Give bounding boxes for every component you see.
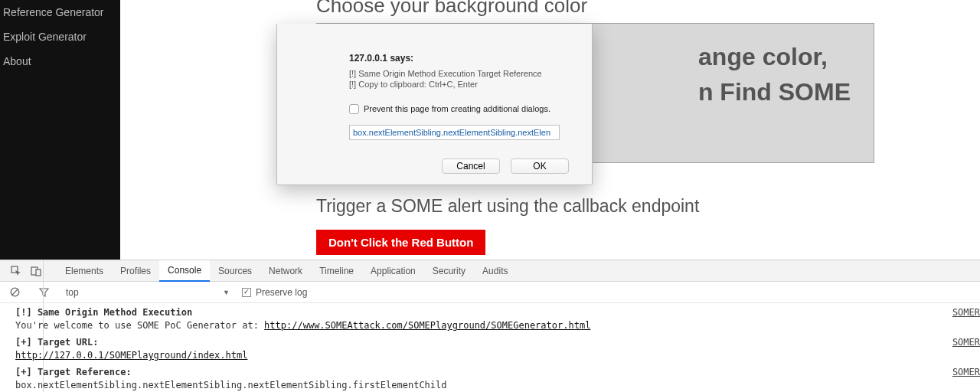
log-2-head: [+] Target URL: <box>15 337 98 348</box>
dialog-msg-1: [!] Same Origin Method Execution Target … <box>349 68 569 79</box>
trigger-text: Trigger a SOME alert using the callback … <box>316 196 699 217</box>
log-1-head: [!] Same Origin Method Execution <box>15 307 192 318</box>
log-3-head: [+] Target Reference: <box>15 367 132 377</box>
clear-console-icon[interactable] <box>5 285 24 300</box>
tab-application[interactable]: Application <box>362 261 424 281</box>
heading-choose-color: Choose your background color <box>316 0 587 18</box>
tab-security[interactable]: Security <box>424 261 474 281</box>
ok-button[interactable]: OK <box>511 158 569 174</box>
source-link-1[interactable]: SOMER <box>952 306 980 319</box>
sidebar: Reference Generator Exploit Generator Ab… <box>0 0 120 260</box>
js-prompt-dialog: 127.0.0.1 says: [!] Same Origin Method E… <box>276 24 593 185</box>
context-value: top <box>66 287 79 298</box>
console-output: SOMER [!] Same Origin Method Execution Y… <box>0 303 980 392</box>
log-1-text: You're welcome to use SOME PoC Generator… <box>15 320 264 331</box>
log-2-link[interactable]: http://127.0.0.1/SOMEPlayground/index.ht… <box>15 350 247 361</box>
red-button[interactable]: Don't Click the Red Button <box>316 230 485 255</box>
preserve-log-label: Preserve log <box>256 287 307 298</box>
sidebar-item-reference-generator[interactable]: Reference Generator <box>0 0 120 24</box>
console-toolbar: top ▼ ✓ Preserve log <box>0 282 980 303</box>
inspect-icon[interactable] <box>6 263 26 279</box>
tab-audits[interactable]: Audits <box>474 261 516 281</box>
cancel-button[interactable]: Cancel <box>442 158 500 174</box>
dialog-input[interactable] <box>349 125 560 140</box>
context-selector[interactable]: top ▼ <box>63 287 233 298</box>
log-1-link[interactable]: http://www.SOMEAttack.com/SOMEPlayground… <box>264 320 590 331</box>
devtools-panel: Elements Profiles Console Sources Networ… <box>0 260 980 392</box>
dialog-host-line: 127.0.0.1 says: <box>349 53 569 64</box>
prevent-dialog-label: Prevent this page from creating addition… <box>364 104 550 113</box>
tab-timeline[interactable]: Timeline <box>311 261 362 281</box>
filter-icon[interactable] <box>34 285 54 300</box>
tab-console[interactable]: Console <box>159 260 210 282</box>
log-3-text: box.nextElementSibling.nextElementSiblin… <box>15 380 447 390</box>
prevent-dialog-checkbox[interactable] <box>349 104 359 114</box>
sidebar-item-about[interactable]: About <box>0 49 120 74</box>
sidebar-item-exploit-generator[interactable]: Exploit Generator <box>0 24 120 49</box>
tab-sources[interactable]: Sources <box>210 261 260 281</box>
preserve-log-checkbox[interactable]: ✓ <box>242 288 251 297</box>
source-link-2[interactable]: SOMER <box>952 336 980 349</box>
chevron-down-icon: ▼ <box>223 289 230 296</box>
devtools-tabbar: Elements Profiles Console Sources Networ… <box>0 260 980 282</box>
source-link-3[interactable]: SOMER <box>952 366 980 379</box>
dialog-msg-2: [!] Copy to clipboard: Ctrl+C, Enter <box>349 79 569 90</box>
svg-line-4 <box>12 289 18 295</box>
tab-elements[interactable]: Elements <box>57 261 112 281</box>
tab-profiles[interactable]: Profiles <box>112 261 159 281</box>
svg-rect-2 <box>36 270 41 276</box>
tab-network[interactable]: Network <box>260 261 311 281</box>
